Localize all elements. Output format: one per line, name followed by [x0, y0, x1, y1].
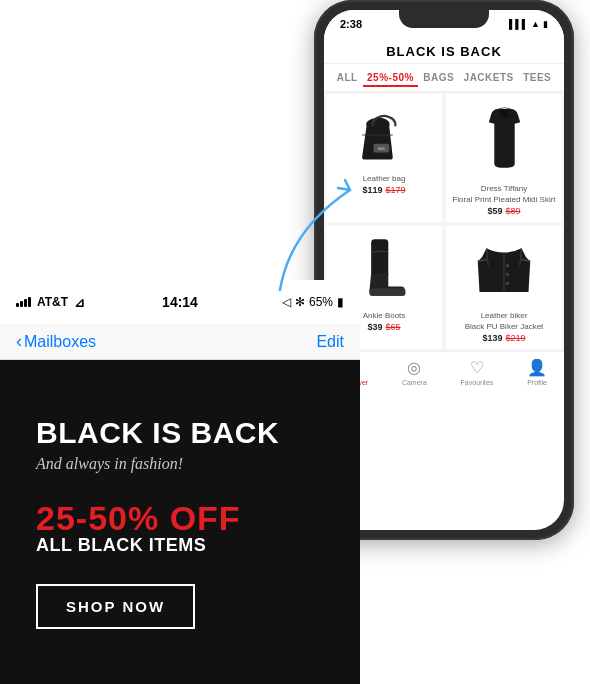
ad-panel: BLACK IS BACK And always in fashion! 25-… — [0, 360, 360, 684]
ad-discount: 25-50% OFF — [36, 501, 324, 535]
notch — [399, 10, 489, 28]
product-dress[interactable]: Dress Tiffany Floral Print Pleated Midi … — [446, 94, 562, 222]
boots-image — [354, 232, 414, 307]
product-grid: Leather bag $119$179 Dress Tiffany — [324, 92, 564, 351]
jacket-name: Black PU Biker Jacket — [465, 322, 544, 331]
svg-point-6 — [506, 281, 510, 285]
status-left: AT&T ⊿ — [16, 295, 85, 310]
battery-percent: 65% — [309, 295, 333, 309]
category-tabs: ALL 25%-50% BAGS JACKETS TEES — [324, 64, 564, 92]
ad-tagline: And always in fashion! — [36, 455, 324, 473]
profile-icon: 👤 — [527, 358, 547, 377]
bag-name: Leather bag — [363, 174, 406, 183]
svg-rect-3 — [369, 288, 405, 296]
phone-status-bar: 2:38 ▌▌▌ ▲ ▮ — [324, 10, 564, 38]
svg-point-5 — [506, 272, 510, 276]
bag-price: $119$179 — [362, 185, 405, 195]
status-time: 14:14 — [162, 294, 198, 310]
mailboxes-back-button[interactable]: ‹ Mailboxes — [16, 331, 96, 352]
camera-icon: ◎ — [407, 358, 421, 377]
phone-status-right: ▌▌▌ ▲ ▮ — [509, 19, 548, 29]
jacket-altname: Leather biker — [481, 311, 528, 320]
wifi-icon: ▲ — [531, 19, 540, 29]
signal-bar-4 — [28, 297, 31, 307]
email-nav-bar: ‹ Mailboxes Edit — [0, 324, 360, 360]
app-title: BLACK IS BACK — [324, 44, 564, 59]
email-status-bar: AT&T ⊿ 14:14 ◁ ✻ 65% ▮ — [0, 280, 360, 324]
battery-icon: ▮ — [543, 19, 548, 29]
signal-bars — [16, 297, 31, 307]
tab-jackets[interactable]: JACKETS — [460, 70, 518, 87]
camera-label: Camera — [402, 379, 427, 386]
back-arrow-icon: ‹ — [16, 331, 22, 352]
mailboxes-label: Mailboxes — [24, 333, 96, 351]
nav-favourites[interactable]: ♡ Favourites — [461, 358, 494, 386]
jacket-image — [469, 232, 539, 307]
favourites-icon: ♡ — [470, 358, 484, 377]
ad-items-label: ALL BLACK ITEMS — [36, 535, 324, 556]
profile-label: Profile — [527, 379, 547, 386]
svg-rect-1 — [378, 147, 385, 150]
nav-profile[interactable]: 👤 Profile — [527, 358, 547, 386]
product-bag[interactable]: Leather bag $119$179 — [326, 94, 442, 222]
svg-rect-2 — [371, 240, 388, 279]
signal-bar-1 — [16, 303, 19, 307]
phone-time: 2:38 — [340, 18, 362, 30]
dress-image — [477, 100, 532, 180]
signal-bar-2 — [20, 301, 23, 307]
dress-price: $59$89 — [487, 206, 520, 216]
tab-tees[interactable]: TEES — [519, 70, 555, 87]
signal-bar-3 — [24, 299, 27, 307]
carrier-name: AT&T — [37, 295, 68, 309]
wifi-status-icon: ⊿ — [74, 295, 85, 310]
location-icon: ◁ — [282, 295, 291, 309]
boots-name: Ankle Boots — [363, 311, 406, 320]
shop-now-button[interactable]: SHOP NOW — [36, 584, 195, 629]
jacket-price: $139$219 — [482, 333, 525, 343]
edit-button[interactable]: Edit — [316, 333, 344, 351]
phone-screen: 2:38 ▌▌▌ ▲ ▮ BLACK IS BACK ALL 25%-50% B… — [324, 10, 564, 530]
product-jacket[interactable]: Leather biker Black PU Biker Jacket $139… — [446, 226, 562, 349]
tab-25-50[interactable]: 25%-50% — [363, 70, 418, 87]
signal-icon: ▌▌▌ — [509, 19, 528, 29]
dress-name: Dress Tiffany — [481, 184, 528, 193]
tab-all[interactable]: ALL — [333, 70, 362, 87]
battery-bar: ▮ — [337, 295, 344, 309]
status-right: ◁ ✻ 65% ▮ — [282, 295, 344, 309]
ad-headline: BLACK IS BACK — [36, 416, 324, 449]
bluetooth-icon: ✻ — [295, 295, 305, 309]
bag-image — [349, 100, 419, 170]
nav-camera[interactable]: ◎ Camera — [402, 358, 427, 386]
svg-point-4 — [506, 263, 510, 267]
bottom-nav: ⊙ Discover ◎ Camera ♡ Favourites 👤 Profi… — [324, 351, 564, 392]
favourites-label: Favourites — [461, 379, 494, 386]
boots-price: $39$65 — [367, 322, 400, 332]
app-header: BLACK IS BACK — [324, 38, 564, 64]
dress-subname: Floral Print Pleated Midi Skirt — [452, 195, 555, 204]
tab-bags[interactable]: BAGS — [419, 70, 458, 87]
